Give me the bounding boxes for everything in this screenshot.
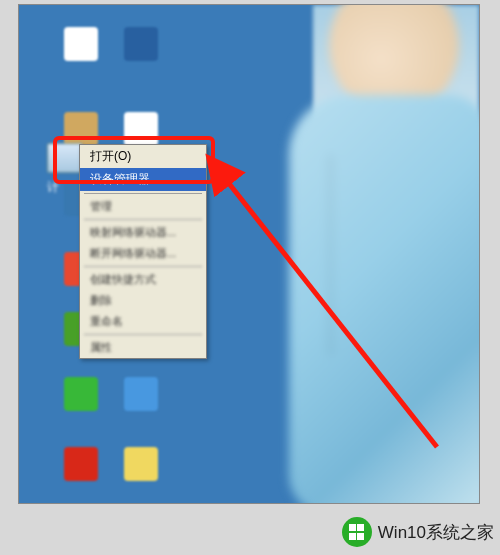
menu-separator	[84, 193, 202, 194]
desktop-icon[interactable]	[119, 377, 163, 433]
screenshot-frame: 计 打开(O)设备管理器 管理映射网络驱动器...断开网络驱动器...创建快捷方…	[18, 4, 480, 504]
menu-item[interactable]: 管理	[80, 196, 206, 217]
desktop-icon[interactable]	[119, 27, 163, 83]
context-menu: 打开(O)设备管理器 管理映射网络驱动器...断开网络驱动器...创建快捷方式删…	[79, 144, 207, 359]
windows-logo-icon	[342, 517, 372, 547]
menu-item[interactable]: 重命名	[80, 311, 206, 332]
menu-lower-section: 管理映射网络驱动器...断开网络驱动器...创建快捷方式删除重命名属性	[80, 196, 206, 358]
menu-top-section: 打开(O)设备管理器	[80, 145, 206, 191]
menu-item[interactable]: 设备管理器	[80, 168, 206, 191]
wallpaper-figure	[309, 5, 449, 503]
watermark-text: Win10系统之家	[378, 521, 494, 544]
menu-item[interactable]: 属性	[80, 337, 206, 358]
app-icon	[64, 447, 98, 481]
app-icon	[124, 112, 158, 146]
app-icon	[124, 377, 158, 411]
app-icon	[64, 112, 98, 146]
desktop-icon[interactable]	[59, 377, 103, 433]
desktop-icon[interactable]	[119, 447, 163, 503]
menu-item[interactable]: 映射网络驱动器...	[80, 222, 206, 243]
wallpaper-background	[313, 5, 479, 503]
app-icon	[124, 27, 158, 61]
desktop-icon[interactable]	[59, 447, 103, 503]
app-icon	[124, 447, 158, 481]
menu-separator	[84, 334, 202, 335]
app-icon	[64, 27, 98, 61]
menu-item[interactable]: 创建快捷方式	[80, 269, 206, 290]
menu-separator	[84, 219, 202, 220]
watermark: Win10系统之家	[342, 517, 494, 547]
app-icon	[64, 377, 98, 411]
menu-item[interactable]: 删除	[80, 290, 206, 311]
menu-separator	[84, 266, 202, 267]
menu-item[interactable]: 打开(O)	[80, 145, 206, 168]
desktop-icon[interactable]	[59, 27, 103, 83]
menu-item[interactable]: 断开网络驱动器...	[80, 243, 206, 264]
